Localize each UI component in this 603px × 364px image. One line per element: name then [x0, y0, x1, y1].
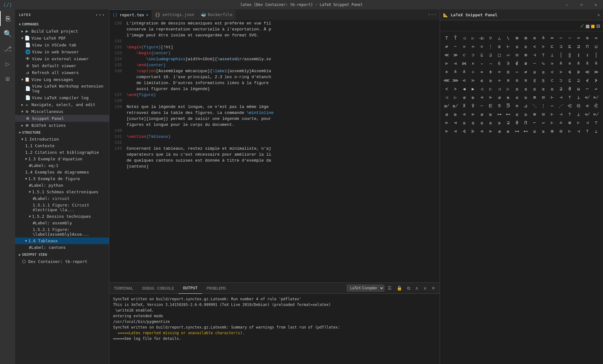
sym-rhde[interactable]: ⊵ — [469, 93, 477, 101]
sym-gp14[interactable]: ≏ — [557, 119, 565, 127]
sym-vbar[interactable]: │ — [557, 51, 565, 59]
sym-gp16[interactable]: ⊢ — [574, 119, 583, 127]
struct-intro-item[interactable]: ▼ 1 Introduction — [15, 136, 109, 142]
sym-hp18[interactable]: ⊥ — [592, 127, 600, 135]
sym-hp7[interactable]: ⊴ — [495, 127, 503, 135]
sym-nlhd[interactable]: ⊲ — [478, 93, 486, 101]
navigate-item[interactable]: ▶ ✏ Navigate, select, and edit — [15, 101, 109, 108]
build-latex-item[interactable]: ▶ ▶ Build LaTeX project — [15, 28, 109, 35]
sym-unlhd[interactable]: ◁ — [478, 85, 486, 93]
sym-boxtimes[interactable]: ⊠ — [513, 34, 521, 42]
dev-container-item[interactable]: ⬡ Dev Container: tb-report — [15, 258, 109, 265]
sym-fp12[interactable]: ⊟ — [539, 110, 547, 118]
sym-dashes2[interactable]: ─ — [557, 34, 565, 42]
sym-sqsup[interactable]: ⊐ — [557, 42, 565, 51]
struct-figure-item[interactable]: ▼ 1.5 Exemple de figure — [15, 175, 109, 182]
activity-debug[interactable]: ▷ — [0, 56, 15, 71]
sym-bump[interactable]: ≙ — [557, 59, 565, 67]
sym-tilde2[interactable]: ~ — [478, 102, 486, 110]
snippet-panel-item[interactable]: ⊞ Snippet Panel — [15, 115, 109, 122]
sym-rhd[interactable]: ▶ — [469, 85, 477, 93]
sym-ep2[interactable]: ⋳ — [574, 102, 583, 110]
sym-gp8[interactable]: ⊒ — [504, 119, 512, 127]
sym-dashv[interactable]: ⊣ — [530, 51, 539, 59]
activity-extensions[interactable]: ⊞ — [0, 71, 15, 86]
debug-console-tab[interactable]: DEBUG CONSOLE — [138, 283, 179, 294]
sym-fp14[interactable]: ⊣ — [557, 110, 565, 118]
sym-llll[interactable]: ≪ — [583, 68, 591, 76]
sym-rect[interactable]: ▭ — [504, 51, 512, 59]
sym-Tbar[interactable]: T̄ — [451, 34, 459, 42]
sym-vbar4[interactable]: ⫾ — [583, 51, 591, 59]
sym-nnrhd[interactable]: ⋫ — [592, 93, 600, 101]
sym-fp17[interactable]: ⋪ — [583, 110, 591, 118]
bibtex-item[interactable]: ▶ ⊞ BibTeX actions — [15, 122, 109, 129]
sym-approx3[interactable]: ≈ — [495, 76, 503, 84]
sym-hp8[interactable]: ⊵ — [504, 127, 512, 135]
filter-button[interactable]: ☰ — [386, 285, 394, 291]
misc-item[interactable]: ▼ ≡ Miscellaneous — [15, 108, 109, 115]
sym-smile[interactable]: ⌣ — [478, 59, 486, 67]
sym-eqdiv2[interactable]: ≙ — [451, 68, 459, 76]
sym-equiv[interactable]: ≡ — [530, 34, 539, 42]
struct-tableaux-item[interactable]: ▼ 1.6 Tableaux — [15, 238, 109, 244]
sym-nrhd[interactable]: ⊳ — [486, 93, 495, 101]
sym-cp1[interactable]: ⋿ — [486, 102, 495, 110]
sym-gp7[interactable]: ≥ — [495, 119, 503, 127]
struct-equation-item[interactable]: ▼ 1.3 Exemple d'équation — [15, 156, 109, 162]
sym-tri-lr[interactable]: ◁▷ — [478, 34, 486, 42]
sym-neq2[interactable]: ≠ — [522, 68, 530, 76]
sym-sup[interactable]: ⊃ — [469, 51, 477, 59]
maximize-button[interactable]: ❐ — [574, 0, 589, 9]
sym-fp1[interactable]: ⊴ — [443, 110, 451, 118]
sym-fp18[interactable]: ⋫ — [592, 110, 600, 118]
copy-button[interactable]: ⧉ — [405, 285, 412, 292]
struct-dessins-item[interactable]: ▼ 1.5.2 Dessins techniques — [15, 213, 109, 220]
columns-icon[interactable]: ⊟ — [596, 23, 600, 29]
sym-prec[interactable]: ≺ — [530, 42, 539, 51]
compiler-select[interactable]: LaTeX Compiler — [347, 285, 384, 292]
refresh-viewers-item[interactable]: ↺ Refresh all viewers — [15, 69, 109, 76]
sym-waves1[interactable]: ≋ — [583, 34, 591, 42]
sym-leqb[interactable]: ≤ — [522, 85, 530, 93]
sym-gp1[interactable]: ⊳ — [443, 119, 451, 127]
sym-gp17[interactable]: ⊣ — [583, 119, 591, 127]
sym-geq[interactable]: ≥ — [522, 42, 530, 51]
sym-vdots[interactable]: ⋮ — [486, 42, 495, 51]
sym-succ3[interactable]: ≻ — [451, 85, 459, 93]
sym-bmx[interactable]: ⊟ — [539, 93, 547, 101]
view-log-item[interactable]: ▼ 📋 View Log messages — [15, 76, 109, 83]
sym-iddots[interactable]: ⋰ — [557, 102, 565, 110]
sym-prec3[interactable]: ≺ — [443, 85, 451, 93]
snippet-panel-close-button[interactable]: ✕ — [597, 13, 600, 17]
sym-nnrhde[interactable]: ⋭ — [451, 102, 459, 110]
sym-doteq2[interactable]: ≑ — [486, 68, 495, 76]
sym-asymp[interactable]: ≍ — [478, 42, 486, 51]
sym-vdash[interactable]: ⊢ — [504, 42, 512, 51]
grid-icon[interactable]: ▦ — [586, 23, 589, 29]
sym-gp18[interactable]: ⊤ — [592, 119, 600, 127]
sym-hp5[interactable]: ⊲ — [478, 127, 486, 135]
sym-gp11[interactable]: ⌐ — [530, 119, 539, 127]
sym-cp3[interactable]: ⋽ — [504, 102, 512, 110]
struct-citations-item[interactable]: 1.2 Citations et bibliographie — [15, 149, 109, 156]
sym-gp5[interactable]: ≤ — [478, 119, 486, 127]
sym-prec2[interactable]: ≺ — [548, 68, 556, 76]
sym-gp6[interactable]: ≥ — [486, 119, 495, 127]
sym-fp11[interactable]: ⊞ — [530, 110, 539, 118]
sym-comp2[interactable]: ≚ — [583, 59, 591, 67]
sym-ring[interactable]: ≗ — [539, 34, 547, 42]
sym-gp2[interactable]: ⊲ — [451, 119, 459, 127]
sym-gggg[interactable]: ≫ — [592, 68, 600, 76]
sym-fp6[interactable]: ⊵ — [486, 110, 495, 118]
sym-preceq[interactable]: ≼ — [566, 68, 574, 76]
view-workshop-log-item[interactable]: 📄 View LaTeX Workshop extension log — [15, 83, 109, 94]
sym-fp13[interactable]: ⊢ — [548, 110, 556, 118]
sym-leq2[interactable]: ≤ — [530, 68, 539, 76]
sym-supe2[interactable]: ⊇ — [574, 76, 583, 84]
sym-ep3[interactable]: ⋴ — [583, 102, 591, 110]
sym-hookleft[interactable]: ↩ — [592, 85, 600, 93]
struct-elec-item[interactable]: ▼ 1.5.1 Schémas électroniques — [15, 189, 109, 195]
terminal-output[interactable]: SyncTeX written on build/report.synctex.… — [109, 294, 440, 364]
sym-frown[interactable]: ⌢ — [486, 59, 495, 67]
